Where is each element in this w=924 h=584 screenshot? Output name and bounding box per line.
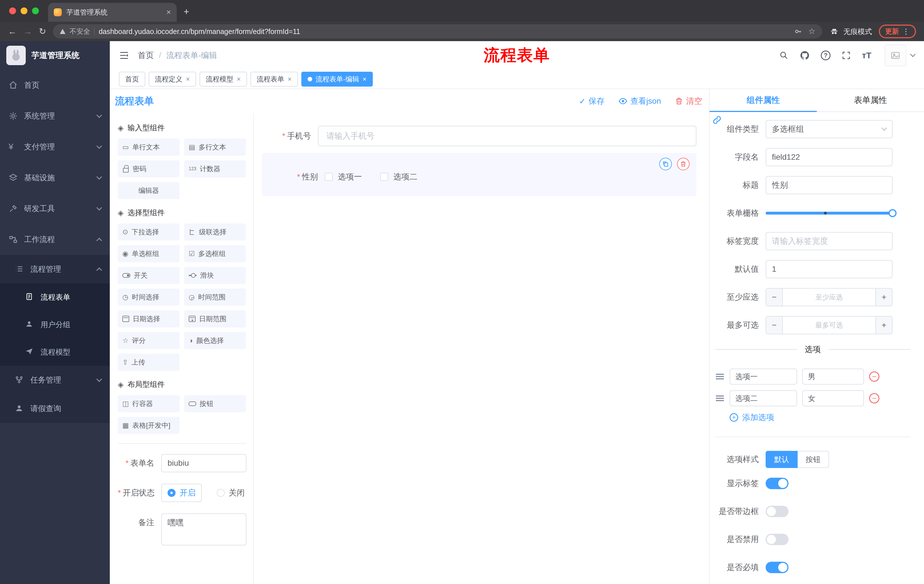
address-bar[interactable]: 不安全 dashboard.yudao.iocoder.cn/bpm/manag… bbox=[53, 24, 822, 39]
sidebar-item-payment[interactable]: ¥ 支付管理 bbox=[0, 132, 110, 162]
palette-item-color-picker[interactable]: ◑颜色选择 bbox=[184, 332, 246, 349]
palette-item-counter[interactable]: 123计数器 bbox=[184, 160, 246, 178]
palette-item-cascader[interactable]: 级联选择 bbox=[184, 224, 246, 240]
border-switch[interactable] bbox=[766, 506, 789, 517]
form-canvas[interactable]: *手机号 bbox=[254, 113, 709, 584]
palette-item-password[interactable]: 密码 bbox=[118, 160, 180, 178]
palette-item-radio-group[interactable]: ◉单选框组 bbox=[118, 245, 180, 262]
tab-form-props[interactable]: 表单属性 bbox=[817, 89, 924, 112]
breadcrumb-home[interactable]: 首页 bbox=[138, 50, 154, 61]
palette-item-button[interactable]: 按钮 bbox=[184, 395, 246, 412]
drag-handle-icon[interactable] bbox=[716, 398, 724, 399]
stepper-decrease-button[interactable]: − bbox=[766, 317, 783, 334]
style-button-button[interactable]: 按钮 bbox=[798, 451, 829, 468]
remove-option-button[interactable]: − bbox=[869, 393, 879, 403]
tab-close-icon[interactable]: × bbox=[167, 8, 171, 16]
help-icon[interactable]: ? bbox=[821, 51, 830, 60]
view-json-button[interactable]: 查看json bbox=[619, 96, 661, 107]
gender-option2-checkbox[interactable]: 选项二 bbox=[380, 171, 417, 182]
stepper-increase-button[interactable]: + bbox=[875, 317, 892, 334]
default-value-input[interactable] bbox=[766, 260, 893, 278]
gender-option1-checkbox[interactable]: 选项一 bbox=[325, 171, 362, 182]
copy-component-button[interactable] bbox=[659, 158, 672, 170]
github-icon[interactable] bbox=[800, 50, 810, 61]
forward-icon[interactable]: → bbox=[23, 27, 32, 36]
palette-item-textarea[interactable]: ▤多行文本 bbox=[184, 138, 246, 156]
add-option-button[interactable]: + 添加选项 bbox=[729, 412, 910, 423]
option-value-input[interactable] bbox=[802, 390, 864, 406]
sidebar-item-devtools[interactable]: 研发工具 bbox=[0, 193, 110, 224]
option-label-input[interactable] bbox=[729, 368, 797, 385]
canvas-field-gender-selected[interactable]: *性别 选项一 选项二 bbox=[262, 153, 696, 196]
sidebar-item-home[interactable]: 首页 bbox=[0, 70, 110, 100]
tag-process-form[interactable]: 流程表单 × bbox=[251, 72, 298, 87]
tab-component-props[interactable]: 组件属性 bbox=[710, 89, 817, 112]
tag-close-icon[interactable]: × bbox=[288, 76, 292, 82]
palette-item-editor[interactable]: 编辑器 bbox=[118, 182, 180, 199]
palette-item-date-range[interactable]: 日期范围 bbox=[184, 310, 246, 327]
link-icon[interactable] bbox=[713, 115, 722, 125]
status-on-radio[interactable]: 开启 bbox=[161, 484, 202, 502]
disabled-switch[interactable] bbox=[766, 534, 789, 545]
sidebar-item-process-management[interactable]: 流程管理 bbox=[0, 255, 110, 283]
update-button[interactable]: 更新 ⋮ bbox=[879, 25, 916, 38]
sidebar-item-process-form[interactable]: 流程表单 bbox=[0, 283, 110, 311]
tag-close-icon[interactable]: × bbox=[363, 76, 366, 82]
close-window-button[interactable] bbox=[9, 7, 16, 14]
form-name-input[interactable] bbox=[161, 454, 246, 472]
tag-close-icon[interactable]: × bbox=[186, 76, 190, 82]
tag-process-definition[interactable]: 流程定义 × bbox=[148, 72, 196, 87]
save-button[interactable]: ✓ 保存 bbox=[579, 96, 604, 107]
sidebar-item-workflow[interactable]: 工作流程 bbox=[0, 224, 110, 255]
palette-item-select[interactable]: ⊙下拉选择 bbox=[118, 224, 180, 240]
browser-tab[interactable]: 芋道管理系统 × bbox=[48, 3, 177, 22]
form-remark-textarea[interactable]: 嘿嘿 bbox=[161, 513, 246, 545]
palette-item-row-container[interactable]: ◫行容器 bbox=[118, 395, 180, 412]
new-tab-button[interactable]: + bbox=[183, 6, 189, 17]
palette-item-slider[interactable]: 滑块 bbox=[184, 267, 246, 284]
field-name-input[interactable] bbox=[766, 148, 893, 166]
style-default-button[interactable]: 默认 bbox=[766, 451, 798, 468]
required-switch[interactable] bbox=[766, 562, 789, 573]
palette-item-date-picker[interactable]: 日期选择 bbox=[118, 310, 180, 327]
title-input[interactable] bbox=[766, 176, 893, 194]
slider-handle[interactable] bbox=[889, 209, 896, 217]
palette-item-time-picker[interactable]: ◷时间选择 bbox=[118, 289, 180, 306]
reload-icon[interactable]: ↻ bbox=[39, 27, 46, 36]
canvas-field-phone[interactable]: *手机号 bbox=[262, 126, 696, 146]
stepper-increase-button[interactable]: + bbox=[875, 289, 892, 306]
component-type-select[interactable]: 多选框组 bbox=[766, 120, 893, 138]
sidebar-item-task-management[interactable]: 任务管理 bbox=[0, 366, 110, 394]
palette-item-checkbox-group[interactable]: ☑多选框组 bbox=[184, 245, 246, 262]
minimize-window-button[interactable] bbox=[21, 7, 28, 14]
sidebar-item-process-model[interactable]: 流程模型 bbox=[0, 338, 110, 366]
palette-item-table[interactable]: ▦表格[开发中] bbox=[118, 417, 180, 434]
maximize-window-button[interactable] bbox=[32, 7, 39, 14]
option-label-input[interactable] bbox=[729, 390, 797, 406]
key-icon[interactable] bbox=[794, 27, 802, 36]
back-icon[interactable]: ← bbox=[8, 27, 16, 36]
palette-item-time-range[interactable]: ◶时间范围 bbox=[184, 289, 246, 306]
form-grid-slider[interactable] bbox=[766, 204, 893, 222]
show-label-switch[interactable] bbox=[766, 478, 789, 489]
tag-home[interactable]: 首页 bbox=[119, 72, 145, 87]
drag-handle-icon[interactable] bbox=[716, 376, 724, 377]
remove-option-button[interactable]: − bbox=[869, 372, 879, 382]
sidebar-item-system[interactable]: 系统管理 bbox=[0, 100, 110, 132]
font-size-icon[interactable]: тT bbox=[862, 51, 871, 60]
option-value-input[interactable] bbox=[802, 368, 864, 385]
palette-item-switch[interactable]: 开关 bbox=[118, 267, 180, 284]
palette-item-single-text[interactable]: ▭单行文本 bbox=[118, 138, 180, 156]
sidebar-item-user-groups[interactable]: 用户分组 bbox=[0, 311, 110, 338]
phone-input[interactable] bbox=[318, 126, 696, 146]
user-menu[interactable] bbox=[884, 44, 915, 66]
search-icon[interactable] bbox=[779, 51, 789, 60]
stepper-decrease-button[interactable]: − bbox=[766, 289, 783, 306]
palette-item-upload[interactable]: ⇧上传 bbox=[118, 354, 180, 371]
tag-process-form-edit[interactable]: 流程表单-编辑 × bbox=[301, 72, 373, 87]
bookmark-star-icon[interactable]: ☆ bbox=[808, 28, 815, 35]
sidebar-item-leave-query[interactable]: 请假查询 bbox=[0, 394, 110, 423]
tag-process-model[interactable]: 流程模型 × bbox=[200, 72, 247, 87]
clear-button[interactable]: 清空 bbox=[675, 96, 702, 107]
fullscreen-icon[interactable] bbox=[842, 51, 851, 60]
